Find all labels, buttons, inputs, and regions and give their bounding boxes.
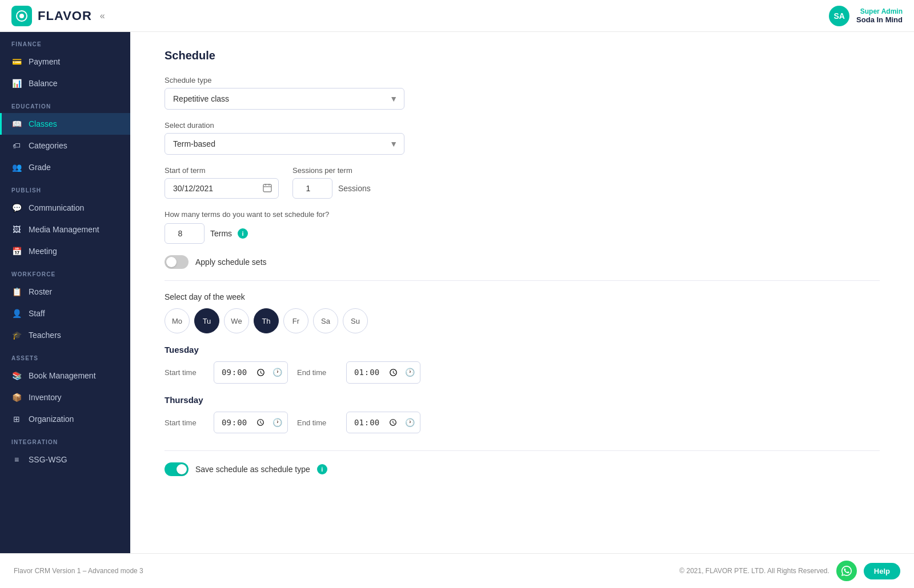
footer-copyright: © 2021, FLAVOR PTE. LTD. All Rights Rese… — [679, 567, 829, 575]
topbar: FLAVOR « SA Super Admin Soda In Mind — [0, 0, 914, 32]
save-schedule-row: Save schedule as schedule type i — [165, 450, 880, 476]
sidebar-item-label-communication: Communication — [29, 203, 84, 212]
apply-schedule-sets-toggle[interactable] — [165, 255, 189, 269]
sidebar-item-roster[interactable]: 📋Roster — [0, 281, 130, 303]
tuesday-time-row: Start time 🕐 End time 🕐 — [165, 361, 880, 384]
sidebar-item-teachers[interactable]: 🎓Teachers — [0, 324, 130, 346]
logo-icon — [11, 6, 32, 26]
sidebar-item-label-media-management: Media Management — [29, 225, 99, 234]
thursday-title: Thursday — [165, 395, 880, 405]
sessions-per-term-label: Sessions per term — [292, 166, 371, 175]
credit-card-icon: 💳 — [11, 57, 22, 67]
sidebar-item-label-book-management: Book Management — [29, 371, 96, 380]
tuesday-title: Tuesday — [165, 345, 880, 355]
day-btn-fr[interactable]: Fr — [283, 308, 308, 333]
sidebar-item-label-inventory: Inventory — [29, 393, 62, 402]
sidebar-item-balance[interactable]: 📊Balance — [0, 73, 130, 94]
sidebar-section-education: EDUCATION — [0, 94, 130, 113]
sidebar-item-grade[interactable]: 👥Grade — [0, 156, 130, 178]
grid-icon: ⊞ — [11, 414, 22, 424]
footer-version: Flavor CRM Version 1 – Advanced mode 3 — [14, 567, 143, 575]
collapse-icon[interactable]: « — [100, 11, 105, 21]
sidebar-item-label-meeting: Meeting — [29, 247, 57, 256]
sessions-per-term-wrapper: Sessions — [292, 178, 371, 199]
tuesday-end-input-wrap: 🕐 — [346, 361, 420, 384]
sidebar-item-label-categories: Categories — [29, 141, 67, 150]
day-btn-th[interactable]: Th — [254, 308, 279, 333]
terms-input[interactable] — [165, 223, 205, 244]
save-schedule-toggle[interactable] — [165, 462, 189, 476]
sidebar-item-staff[interactable]: 👤Staff — [0, 303, 130, 324]
select-duration-select[interactable]: Term-based Fixed duration — [165, 133, 404, 155]
sidebar-item-label-classes: Classes — [29, 119, 57, 128]
terms-info-icon[interactable]: i — [238, 228, 248, 239]
sidebar-item-book-management[interactable]: 📚Book Management — [0, 365, 130, 386]
divider — [165, 280, 880, 281]
message-icon: 💬 — [11, 203, 22, 213]
thursday-start-label: Start time — [165, 418, 205, 427]
tuesday-end-input[interactable] — [346, 361, 420, 384]
tuesday-start-label: Start time — [165, 368, 205, 377]
start-of-term-group: Start of term — [165, 166, 279, 199]
sidebar-section-finance: FINANCE — [0, 32, 130, 51]
terms-row: Terms i — [165, 223, 880, 244]
sessions-per-term-input[interactable] — [292, 178, 332, 199]
terms-group: How many terms do you want to set schedu… — [165, 210, 880, 244]
topbar-left: FLAVOR « — [11, 6, 105, 26]
sidebar-item-inventory[interactable]: 📦Inventory — [0, 386, 130, 408]
sidebar-item-classes[interactable]: 📖Classes — [0, 113, 130, 135]
sidebar-item-label-organization: Organization — [29, 414, 74, 424]
sidebar-item-categories[interactable]: 🏷Categories — [0, 135, 130, 156]
day-btn-su[interactable]: Su — [343, 308, 368, 333]
sessions-unit-label: Sessions — [338, 184, 371, 193]
thursday-start-input[interactable] — [214, 412, 288, 434]
user-avatar: SA — [829, 6, 849, 26]
start-of-term-input-wrapper — [165, 178, 279, 199]
photo-icon: 🖼 — [11, 224, 22, 235]
sidebar-section-integration: INTEGRATION — [0, 430, 130, 449]
user-role: Super Admin — [856, 7, 903, 15]
day-btn-we[interactable]: We — [224, 308, 249, 333]
sidebar-item-meeting[interactable]: 📅Meeting — [0, 240, 130, 262]
sidebar-item-communication[interactable]: 💬Communication — [0, 197, 130, 219]
main-layout: FINANCE💳Payment📊BalanceEDUCATION📖Classes… — [0, 32, 914, 553]
day-btn-mo[interactable]: Mo — [165, 308, 190, 333]
sidebar-item-organization[interactable]: ⊞Organization — [0, 408, 130, 430]
sidebar-item-label-teachers: Teachers — [29, 331, 61, 340]
help-button[interactable]: Help — [864, 563, 900, 579]
book-icon: 📚 — [11, 370, 22, 381]
whatsapp-button[interactable] — [836, 561, 857, 581]
save-schedule-label: Save schedule as schedule type — [195, 465, 310, 474]
graduation-icon: 🎓 — [11, 330, 22, 340]
book-open-icon: 📖 — [11, 119, 22, 129]
terms-label: Terms — [210, 229, 232, 238]
select-duration-label: Select duration — [165, 121, 880, 130]
tuesday-start-input-wrap: 🕐 — [214, 361, 288, 384]
sidebar-item-label-roster: Roster — [29, 287, 52, 296]
sidebar-item-ssg-wsg[interactable]: ≡SSG-WSG — [0, 449, 130, 470]
thursday-end-input[interactable] — [346, 412, 420, 434]
sessions-per-term-group: Sessions per term Sessions — [292, 166, 371, 199]
sidebar-item-label-ssg-wsg: SSG-WSG — [29, 455, 67, 464]
save-schedule-info-icon[interactable]: i — [317, 464, 327, 474]
sidebar-item-payment[interactable]: 💳Payment — [0, 51, 130, 73]
sidebar: FINANCE💳Payment📊BalanceEDUCATION📖Classes… — [0, 32, 130, 553]
day-of-week-group: Select day of the week MoTuWeThFrSaSu — [165, 292, 880, 333]
schedule-type-group: Schedule type Repetitive class One-time … — [165, 76, 880, 110]
tuesday-section: Tuesday Start time 🕐 End time 🕐 — [165, 345, 880, 384]
schedule-type-label: Schedule type — [165, 76, 880, 84]
start-of-term-input[interactable] — [165, 178, 279, 199]
tuesday-start-input[interactable] — [214, 361, 288, 384]
user-group-icon: 👥 — [11, 162, 22, 172]
schedule-type-select[interactable]: Repetitive class One-time class — [165, 88, 404, 110]
day-btn-sa[interactable]: Sa — [313, 308, 338, 333]
sidebar-item-label-grade: Grade — [29, 163, 51, 172]
layers-icon: ≡ — [11, 454, 22, 465]
sidebar-item-media-management[interactable]: 🖼Media Management — [0, 219, 130, 240]
calendar-icon: 📅 — [11, 246, 22, 256]
start-of-term-label: Start of term — [165, 166, 279, 175]
select-day-label: Select day of the week — [165, 292, 880, 301]
day-btn-tu[interactable]: Tu — [194, 308, 219, 333]
footer-right: © 2021, FLAVOR PTE. LTD. All Rights Rese… — [679, 561, 900, 581]
apply-schedule-sets-label: Apply schedule sets — [195, 257, 267, 267]
